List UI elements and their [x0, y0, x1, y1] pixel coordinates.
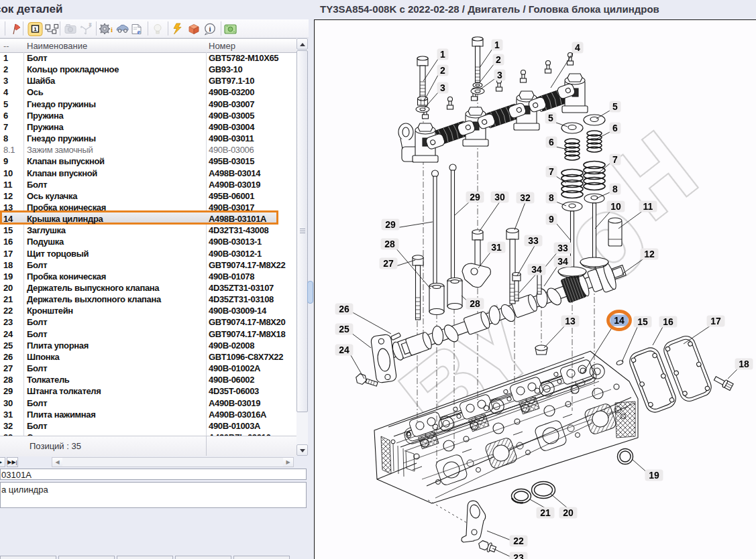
svg-text:i: i	[209, 25, 211, 33]
svg-text:11: 11	[643, 201, 653, 212]
svg-text:14: 14	[614, 315, 625, 326]
svg-text:6: 6	[612, 123, 618, 133]
svg-text:20: 20	[563, 507, 574, 518]
svg-text:4: 4	[575, 42, 580, 53]
svg-text:30: 30	[494, 192, 505, 202]
svg-text:1: 1	[440, 49, 445, 60]
svg-text:32: 32	[520, 192, 531, 203]
svg-text:5: 5	[612, 101, 618, 112]
svg-text:1: 1	[34, 26, 37, 32]
svg-text:17: 17	[710, 316, 721, 326]
svg-text:34: 34	[531, 264, 542, 275]
svg-text:33: 33	[528, 235, 539, 246]
svg-text:5: 5	[548, 113, 553, 123]
svg-text:10: 10	[610, 201, 621, 212]
svg-text:23: 23	[513, 552, 524, 559]
svg-text:29: 29	[470, 192, 480, 202]
svg-text:1: 1	[494, 40, 500, 50]
svg-text:15: 15	[637, 316, 648, 327]
svg-text:12: 12	[644, 249, 655, 259]
svg-text:16: 16	[663, 316, 673, 327]
svg-text:28: 28	[470, 298, 480, 309]
svg-text:6: 6	[549, 137, 554, 147]
svg-text:34: 34	[557, 256, 568, 267]
svg-text:7: 7	[549, 166, 554, 177]
svg-text:33: 33	[557, 243, 568, 253]
svg-text:22: 22	[513, 536, 524, 546]
svg-text:8: 8	[549, 192, 554, 203]
svg-text:i: i	[111, 25, 113, 34]
svg-text:19: 19	[649, 470, 659, 481]
svg-text:26: 26	[339, 304, 349, 314]
svg-text:7: 7	[612, 154, 618, 165]
svg-text:21: 21	[540, 507, 551, 518]
svg-text:2: 2	[440, 65, 445, 76]
svg-text:8: 8	[612, 184, 618, 194]
svg-text:24: 24	[339, 345, 349, 355]
svg-text:18: 18	[739, 359, 749, 369]
svg-text:2: 2	[496, 54, 501, 65]
svg-text:3: 3	[497, 70, 502, 80]
svg-text:25: 25	[339, 324, 349, 334]
svg-text:13: 13	[565, 316, 576, 326]
svg-text:27: 27	[383, 258, 394, 269]
svg-text:9: 9	[549, 214, 554, 225]
svg-text:29: 29	[385, 219, 396, 230]
svg-text:31: 31	[491, 242, 502, 253]
svg-text:z: z	[89, 22, 91, 26]
svg-text:e: e	[138, 27, 141, 36]
svg-text:3: 3	[440, 82, 445, 93]
svg-text:28: 28	[384, 239, 395, 249]
